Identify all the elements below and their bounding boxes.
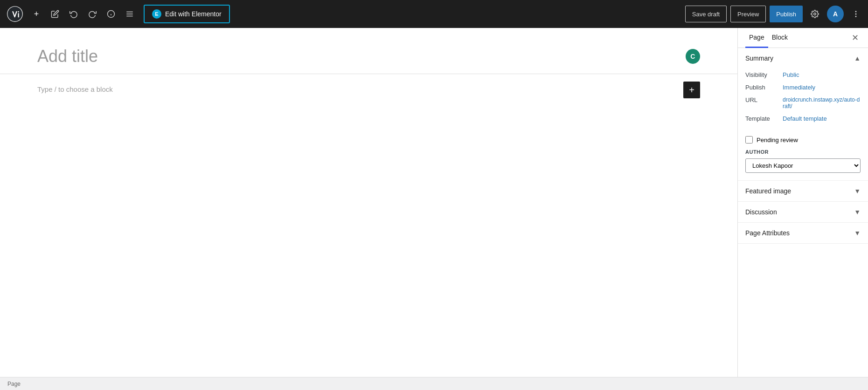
elementor-button-label: Edit with Elementor xyxy=(165,10,222,18)
visibility-row: Visibility Public xyxy=(745,68,861,81)
summary-section: Summary ▲ Visibility Public Publish Imme… xyxy=(738,48,868,181)
featured-image-title: Featured image xyxy=(745,187,791,195)
content-placeholder: Type / to choose a block xyxy=(37,85,700,93)
right-sidebar: Page Block ✕ Summary ▲ Visibility Public… xyxy=(737,28,868,390)
visibility-label: Visibility xyxy=(745,71,783,78)
add-block-toolbar-button[interactable]: + xyxy=(28,6,45,22)
author-select[interactable]: Lokesh Kapoor xyxy=(745,158,861,173)
template-value[interactable]: Default template xyxy=(783,115,827,122)
summary-section-header[interactable]: Summary ▲ xyxy=(738,48,868,68)
publish-button[interactable]: Publish xyxy=(770,6,803,22)
sidebar-tabs: Page Block ✕ xyxy=(738,28,868,48)
close-sidebar-button[interactable]: ✕ xyxy=(850,28,861,48)
discussion-chevron-icon: ▼ xyxy=(854,208,861,216)
svg-point-8 xyxy=(855,11,856,12)
pending-review-label: Pending review xyxy=(757,137,798,144)
url-row: URL droidcrunch.instawp.xyz/auto-draft/ xyxy=(745,94,861,112)
featured-image-section[interactable]: Featured image ▼ xyxy=(738,181,868,202)
elementor-icon: E xyxy=(152,9,161,19)
publish-value[interactable]: Immediately xyxy=(783,84,815,91)
summary-chevron-icon: ▲ xyxy=(854,55,861,62)
title-avatar: C xyxy=(686,49,700,64)
toolbar-right: Save draft Preview Publish A xyxy=(685,6,864,22)
featured-image-chevron-icon: ▼ xyxy=(854,187,861,195)
edit-toolbar-button[interactable] xyxy=(47,6,63,22)
page-attributes-chevron-icon: ▼ xyxy=(854,229,861,237)
info-button[interactable] xyxy=(103,6,119,22)
save-draft-button[interactable]: Save draft xyxy=(685,6,727,22)
title-input[interactable] xyxy=(37,47,686,66)
url-value[interactable]: droidcrunch.instawp.xyz/auto-draft/ xyxy=(783,96,861,109)
more-options-button[interactable] xyxy=(847,6,864,22)
author-section: AUTHOR Lokesh Kapoor xyxy=(738,145,868,180)
visibility-value[interactable]: Public xyxy=(783,71,799,78)
svg-point-10 xyxy=(855,16,856,17)
template-row: Template Default template xyxy=(745,112,861,125)
discussion-title: Discussion xyxy=(745,208,777,216)
tab-page[interactable]: Page xyxy=(745,28,768,48)
tab-block[interactable]: Block xyxy=(768,28,792,48)
template-label: Template xyxy=(745,115,783,122)
more-toolbar-button[interactable] xyxy=(121,6,138,22)
main-layout: C Type / to choose a block + Page Page B… xyxy=(0,28,868,390)
summary-title: Summary xyxy=(745,55,773,62)
redo-button[interactable] xyxy=(84,6,101,22)
content-area[interactable]: Type / to choose a block + xyxy=(0,74,737,390)
undo-button[interactable] xyxy=(65,6,82,22)
add-block-button[interactable]: + xyxy=(683,82,700,98)
summary-section-content: Visibility Public Publish Immediately UR… xyxy=(738,68,868,132)
preview-button[interactable]: Preview xyxy=(730,6,766,22)
user-avatar-button[interactable]: A xyxy=(827,6,844,22)
publish-label: Publish xyxy=(745,84,783,91)
url-label: URL xyxy=(745,96,783,103)
edit-with-elementor-button[interactable]: E Edit with Elementor xyxy=(144,5,230,23)
toolbar: + E Edit with Elementor Save draft Previ… xyxy=(0,0,868,28)
title-area: C xyxy=(0,28,737,74)
editor-area: C Type / to choose a block + Page xyxy=(0,28,737,390)
pending-review-checkbox[interactable] xyxy=(745,136,753,144)
publish-row: Publish Immediately xyxy=(745,81,861,94)
svg-point-9 xyxy=(855,14,856,14)
pending-review-row: Pending review xyxy=(738,132,868,145)
status-bar: Page xyxy=(0,377,737,390)
discussion-section[interactable]: Discussion ▼ xyxy=(738,202,868,223)
page-attributes-title: Page Attributes xyxy=(745,229,790,237)
status-label: Page xyxy=(7,381,21,387)
page-attributes-section[interactable]: Page Attributes ▼ xyxy=(738,223,868,244)
wp-logo xyxy=(4,0,26,28)
settings-button[interactable] xyxy=(806,6,823,22)
author-label: AUTHOR xyxy=(745,149,861,155)
svg-point-7 xyxy=(814,13,816,15)
